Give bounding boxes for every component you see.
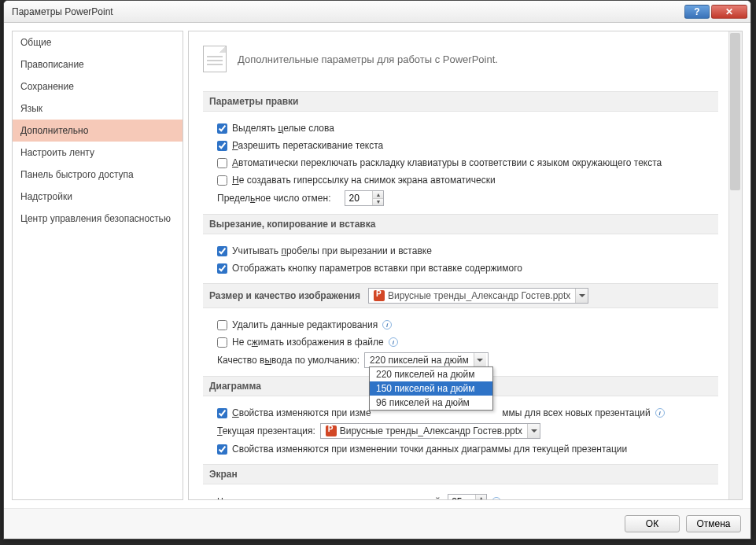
sidebar-item-6[interactable]: Панель быстрого доступа <box>13 164 183 186</box>
sidebar-item-4[interactable]: Дополнительно <box>13 120 183 142</box>
opt-no-hyperlink[interactable]: Не создавать гиперссылку на снимок экран… <box>217 175 496 186</box>
info-icon[interactable]: i <box>492 497 501 500</box>
close-button[interactable]: ✕ <box>711 5 747 19</box>
dialog-footer: ОК Отмена <box>4 508 750 539</box>
current-presentation-label: Текущая презентация: <box>217 425 315 436</box>
quality-option[interactable]: 150 пикселей на дюйм <box>370 381 492 396</box>
recent-count-label: Число элементов в списке последних презе… <box>217 496 443 500</box>
sidebar-item-1[interactable]: Правописание <box>13 53 183 75</box>
section-edit-header: Параметры правки <box>203 91 718 112</box>
ok-button[interactable]: ОК <box>625 515 680 532</box>
recent-count-spinner[interactable]: ▲▼ <box>448 494 487 500</box>
opt-discard-edit[interactable]: Удалить данные редактирования <box>217 319 378 330</box>
vertical-scrollbar[interactable] <box>728 31 742 499</box>
opt-smart-spaces[interactable]: Учитывать пробелы при вырезании и вставк… <box>217 245 432 256</box>
options-panel: Дополнительные параметры для работы с Po… <box>188 31 743 500</box>
quality-option[interactable]: 96 пикселей на дюйм <box>370 396 492 410</box>
page-description: Дополнительные параметры для работы с Po… <box>238 53 498 65</box>
section-screen-header: Экран <box>203 464 718 484</box>
sidebar-item-3[interactable]: Язык <box>13 98 183 120</box>
info-icon[interactable]: i <box>655 408 665 418</box>
section-image-header: Размер и качество изображения Вирусные т… <box>203 283 718 308</box>
sidebar-item-8[interactable]: Центр управления безопасностью <box>13 208 183 230</box>
undo-spinner[interactable]: ▲▼ <box>345 190 384 206</box>
opt-no-compress[interactable]: Не сжимать изображения в файле <box>217 337 384 348</box>
document-icon <box>203 46 227 72</box>
opt-drag-text[interactable]: Разрешить перетаскивание текста <box>217 140 383 151</box>
opt-whole-words[interactable]: Выделять целые слова <box>217 123 334 134</box>
quality-label: Качество вывода по умолчанию: <box>217 355 360 366</box>
window-title: Параметры PowerPoint <box>12 6 684 17</box>
sidebar-item-0[interactable]: Общие <box>13 31 183 53</box>
quality-option[interactable]: 220 пикселей на дюйм <box>370 367 492 381</box>
category-sidebar: ОбщиеПравописаниеСохранениеЯзыкДополните… <box>12 31 183 500</box>
cancel-button[interactable]: Отмена <box>686 515 741 532</box>
options-dialog: Параметры PowerPoint ? ✕ ОбщиеПравописан… <box>3 0 751 539</box>
sidebar-item-5[interactable]: Настроить ленту <box>13 142 183 164</box>
sidebar-item-2[interactable]: Сохранение <box>13 75 183 98</box>
image-target-doc-combo[interactable]: Вирусные тренды_Александр Гостев.pptx <box>368 288 588 304</box>
current-presentation-combo[interactable]: Вирусные тренды_Александр Гостев.pptx <box>320 423 540 439</box>
opt-paste-button[interactable]: Отображать кнопку параметров вставки при… <box>217 263 522 274</box>
scrollbar-thumb[interactable] <box>730 33 740 190</box>
quality-dropdown-list: 220 пикселей на дюйм150 пикселей на дюйм… <box>369 366 493 411</box>
section-clipboard-header: Вырезание, копирование и вставка <box>203 214 718 234</box>
info-icon[interactable]: i <box>382 320 392 330</box>
powerpoint-icon <box>326 425 337 436</box>
info-icon[interactable]: i <box>389 337 398 347</box>
opt-chart-current[interactable]: Свойства изменяются при изменении точки … <box>217 444 627 455</box>
opt-auto-keyboard[interactable]: Автоматически переключать раскладку клав… <box>217 157 662 168</box>
title-bar: Параметры PowerPoint ? ✕ <box>4 1 750 23</box>
sidebar-item-7[interactable]: Надстройки <box>13 186 183 208</box>
quality-combo[interactable]: 220 пикселей на дюйм <box>364 352 489 368</box>
help-button[interactable]: ? <box>684 5 710 19</box>
powerpoint-icon <box>374 290 385 301</box>
undo-label: Предельное число отмен: <box>217 193 330 204</box>
